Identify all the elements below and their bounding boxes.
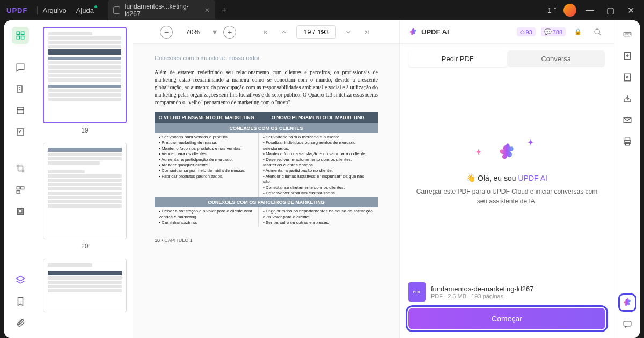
menu-file[interactable]: Arquivo <box>43 6 67 14</box>
svg-rect-1 <box>21 32 24 34</box>
section-heading: Conexões com o mundo ao nosso redor <box>155 55 378 61</box>
zoom-dropdown-icon[interactable]: ▾ <box>213 27 217 37</box>
thumbnail-label: 19 <box>43 127 127 134</box>
ai-toolbar: UPDF AI ◇93 💬788 🔒 <box>400 20 614 44</box>
close-icon[interactable]: ✕ <box>204 6 210 14</box>
main-area: 19 20 <box>4 20 640 338</box>
attachment-icon[interactable] <box>12 314 29 332</box>
bookmark-icon[interactable] <box>12 293 29 310</box>
comment-tool-icon[interactable] <box>12 59 29 76</box>
thumbnail-19[interactable]: 19 <box>43 27 127 134</box>
lock-icon[interactable]: 🔒 <box>571 27 585 36</box>
new-tab-button[interactable]: + <box>222 5 226 15</box>
svg-rect-0 <box>17 32 19 34</box>
comparison-table: O VELHO PENSAMENTO DE MARKETINGO NOVO PE… <box>155 112 378 227</box>
left-toolbar <box>4 20 36 338</box>
messages-badge[interactable]: 💬788 <box>541 27 566 36</box>
ai-description: Carregar este PDF para o UPDF Cloud e in… <box>411 187 603 206</box>
first-page-icon[interactable] <box>260 26 272 38</box>
crop-tool-icon[interactable] <box>12 160 29 177</box>
layers-icon[interactable] <box>12 271 29 289</box>
viewer-toolbar: − 70% ▾ + 19 / 193 <box>133 20 399 44</box>
account-indicator[interactable]: 1 ˅ <box>547 6 557 14</box>
tab-chat[interactable]: Conversa <box>507 50 606 67</box>
menu-help[interactable]: Ajuda <box>76 6 94 14</box>
svg-rect-22 <box>624 321 631 326</box>
right-toolbar: OCR <box>614 20 640 338</box>
form-tool-icon[interactable] <box>12 123 29 141</box>
pdf-file-icon: PDF <box>408 282 426 302</box>
document-viewer: − 70% ▾ + 19 / 193 Conexões com o mundo … <box>133 20 399 338</box>
share-icon[interactable] <box>620 91 635 106</box>
zoom-in-button[interactable]: + <box>223 26 236 39</box>
zoom-level: 70% <box>179 28 206 36</box>
credits-badge[interactable]: ◇93 <box>517 27 535 36</box>
divider: | <box>36 5 38 15</box>
start-button[interactable]: Começar <box>408 308 605 329</box>
file-name: fundamentos-de-marketing-ld267 <box>431 285 534 293</box>
search-icon[interactable] <box>590 27 605 38</box>
svg-point-12 <box>595 29 599 34</box>
thumbnail-label: 20 <box>43 243 127 250</box>
last-page-icon[interactable] <box>361 26 372 38</box>
svg-point-17 <box>626 77 628 78</box>
compress-tool-icon[interactable] <box>12 203 29 220</box>
close-button[interactable]: ✕ <box>624 3 638 17</box>
prev-page-icon[interactable] <box>278 26 290 38</box>
organize-tool-icon[interactable] <box>12 181 29 199</box>
thumbnail-panel: 19 20 <box>36 20 133 338</box>
ai-tabs: Pedir PDF Conversa <box>400 44 614 74</box>
minimize-button[interactable]: — <box>583 3 597 17</box>
edit-tool-icon[interactable] <box>12 80 29 98</box>
email-icon[interactable] <box>620 113 635 128</box>
tab-title: fundamentos-...keting-ld267 <box>125 3 200 18</box>
svg-rect-4 <box>17 107 24 114</box>
svg-text:OCR: OCR <box>625 33 631 36</box>
ai-panel: UPDF AI ◇93 💬788 🔒 Pedir PDF Conversa ✦ … <box>399 20 614 338</box>
next-page-icon[interactable] <box>342 26 354 38</box>
page-content[interactable]: Conexões com o mundo ao nosso redor Além… <box>133 44 399 338</box>
avatar[interactable] <box>564 4 576 17</box>
tab-ask-pdf[interactable]: Pedir PDF <box>408 50 507 67</box>
thumbnail-21[interactable] <box>43 259 127 312</box>
titlebar: UPDF | Arquivo Ajuda fundamentos-...keti… <box>0 0 644 20</box>
ai-greeting: 👋 Olá, eu sou UPDF AI <box>466 174 547 182</box>
pdf-tab-icon <box>113 6 120 14</box>
svg-rect-6 <box>17 129 24 135</box>
ai-footer: PDF fundamentos-de-marketing-ld267 PDF ·… <box>400 274 614 338</box>
thumbnails-icon[interactable] <box>12 27 29 44</box>
page-footer: 18 • CAPÍTULO 1 <box>155 238 378 243</box>
page-input[interactable]: 19 / 193 <box>296 25 336 39</box>
protect-icon[interactable] <box>620 70 635 85</box>
document-tab[interactable]: fundamentos-...keting-ld267 ✕ <box>108 0 215 21</box>
ai-welcome: ✦ ✦ 👋 Olá, eu sou UPDF AI Carregar este … <box>400 74 614 274</box>
ocr-icon[interactable]: OCR <box>620 27 635 42</box>
flower-icon <box>408 27 418 37</box>
file-meta: PDF · 2.5 MB · 193 páginas <box>431 293 534 299</box>
svg-rect-9 <box>17 191 20 194</box>
ai-file-card: PDF fundamentos-de-marketing-ld267 PDF ·… <box>408 282 605 302</box>
svg-rect-7 <box>17 187 20 189</box>
svg-rect-11 <box>19 210 22 213</box>
svg-rect-8 <box>21 187 24 189</box>
maximize-button[interactable]: ▢ <box>603 3 617 17</box>
svg-rect-3 <box>21 36 24 39</box>
page-tool-icon[interactable] <box>12 102 29 119</box>
ai-toggle-icon[interactable] <box>620 295 635 310</box>
ai-logo: UPDF AI <box>408 27 449 37</box>
svg-rect-2 <box>17 36 19 39</box>
chat-icon[interactable] <box>620 317 635 332</box>
print-icon[interactable] <box>620 134 635 149</box>
app-logo: UPDF <box>6 6 27 14</box>
flower-large-icon: ✦ ✦ <box>496 142 518 163</box>
thumbnail-20[interactable]: 20 <box>43 143 127 250</box>
body-paragraph: Além de estarem redefinindo seu relacion… <box>155 69 378 106</box>
export-icon[interactable] <box>620 48 635 63</box>
zoom-out-button[interactable]: − <box>160 26 173 39</box>
svg-rect-16 <box>624 74 630 81</box>
